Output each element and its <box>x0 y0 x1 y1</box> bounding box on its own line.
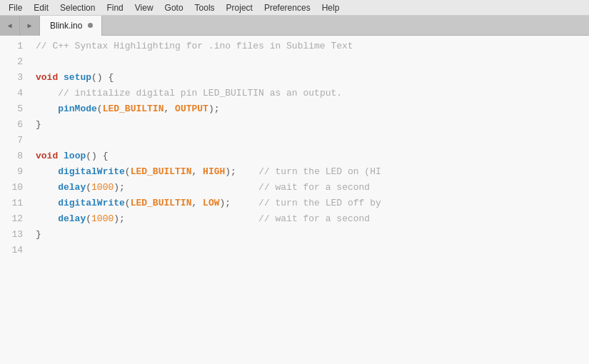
code-line-10: delay(1000); // wait for a second <box>36 180 589 196</box>
menu-help[interactable]: Help <box>316 1 346 14</box>
line-number: 9 <box>0 164 30 180</box>
line-numbers: 1 2 3 4 5 6 7 8 9 10 11 12 13 14 <box>0 36 30 364</box>
code-line-9: digitalWrite(LED_BUILTIN, HIGH); // turn… <box>36 164 589 180</box>
code-line-6: } <box>36 117 589 133</box>
code-line-8: void loop() { <box>36 148 589 164</box>
code-line-13: } <box>36 227 589 243</box>
line-number: 8 <box>0 148 30 164</box>
line-number: 13 <box>0 227 30 243</box>
code-line-1: // C++ Syntax Highlighting for .ino file… <box>36 39 589 54</box>
editor: 1 2 3 4 5 6 7 8 9 10 11 12 13 14 // C++ … <box>0 36 589 364</box>
line-number: 11 <box>0 196 30 211</box>
line-number: 6 <box>0 117 30 133</box>
code-line-12: delay(1000); // wait for a second <box>36 211 589 227</box>
code-area[interactable]: // C++ Syntax Highlighting for .ino file… <box>30 36 589 364</box>
code-line-5: pinMode(LED_BUILTIN, OUTPUT); <box>36 101 589 117</box>
menu-selection[interactable]: Selection <box>54 1 101 14</box>
line-number: 10 <box>0 180 30 196</box>
code-line-2 <box>36 54 589 70</box>
line-number: 14 <box>0 243 30 258</box>
tab-label: Blink.ino <box>50 21 82 31</box>
tab-blink-ino[interactable]: Blink.ino <box>40 16 102 36</box>
menu-edit[interactable]: Edit <box>28 1 54 14</box>
line-number: 12 <box>0 211 30 227</box>
menu-project[interactable]: Project <box>221 1 258 14</box>
menu-tools[interactable]: Tools <box>189 1 221 14</box>
menu-goto[interactable]: Goto <box>159 1 189 14</box>
tab-modified-dot <box>88 23 93 28</box>
code-line-11: digitalWrite(LED_BUILTIN, LOW); // turn … <box>36 196 589 211</box>
line-number: 5 <box>0 101 30 117</box>
code-line-3: void setup() { <box>36 70 589 86</box>
line-number: 2 <box>0 54 30 70</box>
menu-find[interactable]: Find <box>101 1 129 14</box>
code-line-14 <box>36 243 589 258</box>
code-line-7 <box>36 133 589 148</box>
code-line-4: // initialize digital pin LED_BUILTIN as… <box>36 86 589 101</box>
menu-bar: File Edit Selection Find View Goto Tools… <box>0 0 589 16</box>
line-number: 7 <box>0 133 30 148</box>
menu-file[interactable]: File <box>3 1 28 14</box>
line-number: 1 <box>0 39 30 54</box>
line-number: 3 <box>0 70 30 86</box>
line-number: 4 <box>0 86 30 101</box>
menu-preferences[interactable]: Preferences <box>258 1 316 14</box>
tab-nav-left[interactable]: ◀ <box>0 16 20 36</box>
menu-view[interactable]: View <box>129 1 159 14</box>
tab-bar: ◀ ▶ Blink.ino <box>0 16 589 36</box>
tab-nav-right[interactable]: ▶ <box>20 16 40 36</box>
